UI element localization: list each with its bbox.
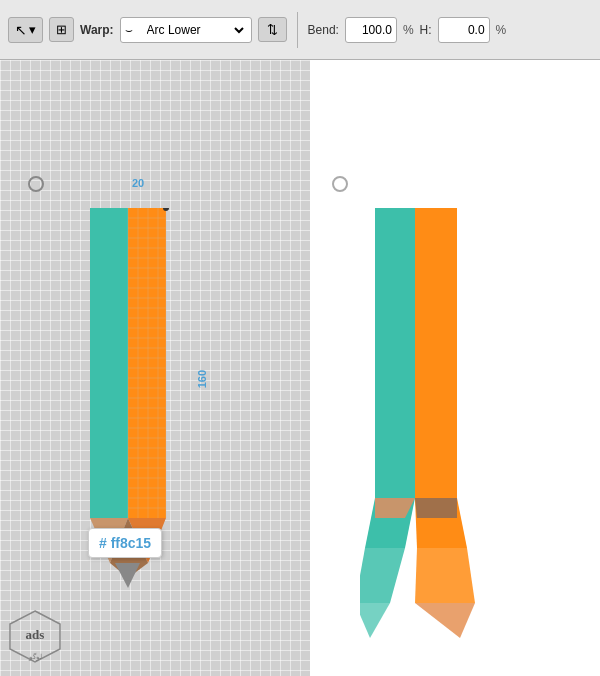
h-pct-label: % (496, 23, 507, 37)
warp-select-container: ⌣ Arc Lower (120, 17, 252, 43)
orientation-icon: ⇅ (267, 22, 278, 37)
bend-pct-label: % (403, 23, 414, 37)
svg-marker-52 (415, 603, 475, 638)
warp-grid-button[interactable]: ⊞ (49, 17, 74, 42)
svg-marker-51 (360, 603, 390, 638)
canvas-left[interactable]: 20 160 (0, 60, 310, 676)
main-area: 20 160 (0, 60, 600, 676)
svg-rect-0 (90, 208, 128, 518)
tool-dropdown-arrow: ▾ (29, 22, 36, 37)
h-input[interactable] (438, 17, 490, 43)
cursor-icon: ↖ (15, 22, 27, 38)
svg-marker-50 (415, 548, 475, 603)
logo-badge: ads لوگو (8, 609, 63, 664)
svg-rect-1 (128, 208, 166, 518)
svg-marker-40 (115, 563, 140, 588)
width-dimension: 20 (132, 177, 144, 189)
canvas-indicator-1 (28, 176, 44, 192)
pencil-right-illustration (360, 208, 490, 638)
color-value: # ff8c15 (99, 535, 151, 551)
svg-rect-45 (375, 208, 415, 498)
warp-label: Warp: (80, 23, 114, 37)
selection-tool-button[interactable]: ↖ ▾ (8, 17, 43, 43)
bend-label: Bend: (308, 23, 339, 37)
warp-dropdown[interactable]: Arc Lower (137, 19, 247, 41)
svg-marker-56 (415, 498, 457, 518)
pencil-right-svg (360, 208, 490, 638)
toolbar: ↖ ▾ ⊞ Warp: ⌣ Arc Lower ⇅ Bend: % H: % (0, 0, 600, 60)
svg-rect-46 (415, 208, 457, 498)
grid-icon: ⊞ (56, 22, 67, 37)
arc-lower-icon: ⌣ (125, 23, 133, 37)
h-label: H: (420, 23, 432, 37)
svg-text:لوگو: لوگو (28, 652, 42, 661)
logo-svg: ads لوگو (8, 609, 63, 664)
svg-text:ads: ads (26, 627, 45, 642)
color-tooltip: # ff8c15 (88, 528, 162, 558)
canvas-indicator-2 (332, 176, 348, 192)
toolbar-divider (297, 12, 298, 48)
height-dimension: 160 (196, 370, 208, 388)
svg-marker-49 (360, 548, 405, 603)
warp-orientation-button[interactable]: ⇅ (258, 17, 287, 42)
bend-input[interactable] (345, 17, 397, 43)
canvas-right (310, 60, 600, 676)
